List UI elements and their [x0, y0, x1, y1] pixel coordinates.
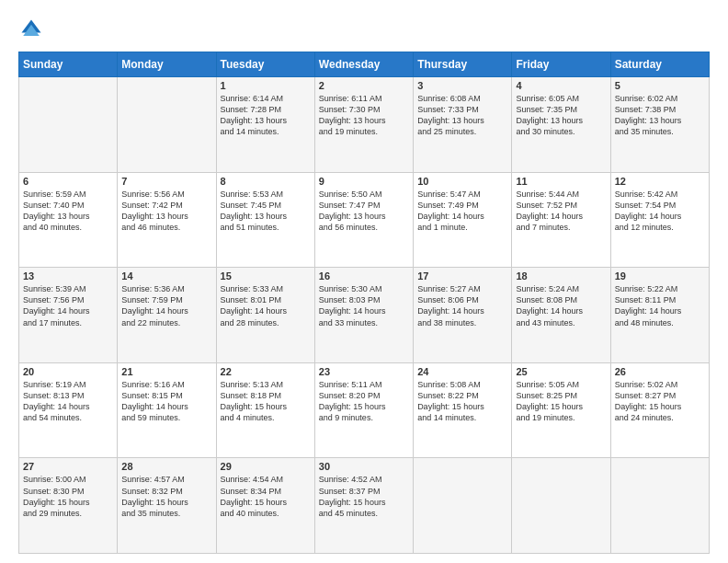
calendar-cell: 8Sunrise: 5:53 AM Sunset: 7:45 PM Daylig…: [216, 172, 314, 268]
logo: [18, 17, 48, 42]
calendar-cell: 7Sunrise: 5:56 AM Sunset: 7:42 PM Daylig…: [118, 172, 216, 268]
day-info: Sunrise: 5:30 AM Sunset: 8:03 PM Dayligh…: [319, 283, 409, 328]
calendar-cell: 19Sunrise: 5:22 AM Sunset: 8:11 PM Dayli…: [610, 268, 709, 363]
calendar-cell: 5Sunrise: 6:02 AM Sunset: 7:38 PM Daylig…: [610, 77, 709, 173]
calendar-cell: 18Sunrise: 5:24 AM Sunset: 8:08 PM Dayli…: [512, 268, 610, 363]
calendar-cell: 2Sunrise: 6:11 AM Sunset: 7:30 PM Daylig…: [314, 77, 413, 173]
day-info: Sunrise: 4:52 AM Sunset: 8:37 PM Dayligh…: [319, 474, 409, 519]
calendar-day-header: Wednesday: [314, 52, 413, 77]
calendar-cell: 22Sunrise: 5:13 AM Sunset: 8:18 PM Dayli…: [216, 362, 314, 458]
day-number: 3: [417, 80, 507, 91]
calendar-week-row: 20Sunrise: 5:19 AM Sunset: 8:13 PM Dayli…: [19, 362, 710, 458]
day-info: Sunrise: 5:44 AM Sunset: 7:52 PM Dayligh…: [516, 189, 606, 234]
day-number: 12: [615, 176, 705, 187]
day-number: 15: [221, 270, 311, 282]
day-number: 11: [516, 176, 606, 187]
day-info: Sunrise: 5:50 AM Sunset: 7:47 PM Dayligh…: [319, 189, 409, 234]
calendar-cell: 20Sunrise: 5:19 AM Sunset: 8:13 PM Dayli…: [19, 362, 118, 458]
day-info: Sunrise: 4:54 AM Sunset: 8:34 PM Dayligh…: [221, 474, 311, 519]
day-info: Sunrise: 6:14 AM Sunset: 7:28 PM Dayligh…: [221, 93, 311, 138]
calendar-day-header: Thursday: [414, 52, 512, 77]
day-info: Sunrise: 5:53 AM Sunset: 7:45 PM Dayligh…: [221, 189, 311, 234]
day-number: 25: [516, 366, 606, 377]
calendar-day-header: Friday: [512, 52, 610, 77]
day-number: 20: [23, 366, 113, 377]
day-info: Sunrise: 4:57 AM Sunset: 8:32 PM Dayligh…: [121, 474, 211, 519]
day-number: 7: [121, 176, 211, 187]
calendar-cell: 6Sunrise: 5:59 AM Sunset: 7:40 PM Daylig…: [19, 172, 118, 268]
day-number: 19: [615, 270, 705, 282]
day-number: 13: [23, 270, 113, 282]
day-number: 5: [615, 80, 705, 91]
calendar-cell: 13Sunrise: 5:39 AM Sunset: 7:56 PM Dayli…: [19, 268, 118, 363]
day-number: 10: [417, 176, 507, 187]
calendar-cell: 27Sunrise: 5:00 AM Sunset: 8:30 PM Dayli…: [19, 458, 118, 554]
day-info: Sunrise: 6:11 AM Sunset: 7:30 PM Dayligh…: [319, 93, 409, 138]
calendar-cell: 24Sunrise: 5:08 AM Sunset: 8:22 PM Dayli…: [414, 362, 512, 458]
day-info: Sunrise: 6:05 AM Sunset: 7:35 PM Dayligh…: [516, 93, 606, 138]
day-info: Sunrise: 6:02 AM Sunset: 7:38 PM Dayligh…: [615, 93, 705, 138]
day-number: 29: [221, 461, 311, 472]
calendar-week-row: 1Sunrise: 6:14 AM Sunset: 7:28 PM Daylig…: [19, 77, 710, 173]
day-number: 14: [121, 270, 211, 282]
day-number: 17: [417, 270, 507, 282]
calendar-cell: 28Sunrise: 4:57 AM Sunset: 8:32 PM Dayli…: [118, 458, 216, 554]
day-info: Sunrise: 5:42 AM Sunset: 7:54 PM Dayligh…: [615, 189, 705, 234]
calendar-cell: 14Sunrise: 5:36 AM Sunset: 7:59 PM Dayli…: [118, 268, 216, 363]
calendar-cell: 23Sunrise: 5:11 AM Sunset: 8:20 PM Dayli…: [314, 362, 413, 458]
calendar-cell: 26Sunrise: 5:02 AM Sunset: 8:27 PM Dayli…: [610, 362, 709, 458]
calendar-cell: 25Sunrise: 5:05 AM Sunset: 8:25 PM Dayli…: [512, 362, 610, 458]
calendar-cell: [19, 77, 118, 173]
day-info: Sunrise: 5:39 AM Sunset: 7:56 PM Dayligh…: [23, 283, 113, 328]
calendar-cell: 4Sunrise: 6:05 AM Sunset: 7:35 PM Daylig…: [512, 77, 610, 173]
day-info: Sunrise: 5:33 AM Sunset: 8:01 PM Dayligh…: [221, 283, 311, 328]
day-info: Sunrise: 5:00 AM Sunset: 8:30 PM Dayligh…: [23, 474, 113, 519]
calendar-day-header: Sunday: [19, 52, 118, 77]
calendar-cell: 9Sunrise: 5:50 AM Sunset: 7:47 PM Daylig…: [314, 172, 413, 268]
calendar-cell: 30Sunrise: 4:52 AM Sunset: 8:37 PM Dayli…: [314, 458, 413, 554]
day-info: Sunrise: 5:22 AM Sunset: 8:11 PM Dayligh…: [615, 283, 705, 328]
day-info: Sunrise: 5:05 AM Sunset: 8:25 PM Dayligh…: [516, 379, 606, 424]
day-info: Sunrise: 5:11 AM Sunset: 8:20 PM Dayligh…: [319, 379, 409, 424]
calendar-cell: 10Sunrise: 5:47 AM Sunset: 7:49 PM Dayli…: [414, 172, 512, 268]
calendar-cell: [610, 458, 709, 554]
calendar-cell: 1Sunrise: 6:14 AM Sunset: 7:28 PM Daylig…: [216, 77, 314, 173]
day-number: 22: [221, 366, 311, 377]
calendar-header-row: SundayMondayTuesdayWednesdayThursdayFrid…: [19, 52, 710, 77]
calendar-cell: [118, 77, 216, 173]
day-info: Sunrise: 6:08 AM Sunset: 7:33 PM Dayligh…: [417, 93, 507, 138]
day-number: 9: [319, 176, 409, 187]
day-number: 28: [121, 461, 211, 472]
day-info: Sunrise: 5:19 AM Sunset: 8:13 PM Dayligh…: [23, 379, 113, 424]
day-info: Sunrise: 5:27 AM Sunset: 8:06 PM Dayligh…: [417, 283, 507, 328]
page: SundayMondayTuesdayWednesdayThursdayFrid…: [0, 0, 728, 563]
calendar-week-row: 13Sunrise: 5:39 AM Sunset: 7:56 PM Dayli…: [19, 268, 710, 363]
day-info: Sunrise: 5:08 AM Sunset: 8:22 PM Dayligh…: [417, 379, 507, 424]
calendar-cell: 21Sunrise: 5:16 AM Sunset: 8:15 PM Dayli…: [118, 362, 216, 458]
day-number: 23: [319, 366, 409, 377]
day-number: 21: [121, 366, 211, 377]
day-info: Sunrise: 5:36 AM Sunset: 7:59 PM Dayligh…: [121, 283, 211, 328]
day-number: 26: [615, 366, 705, 377]
header: [18, 17, 710, 42]
calendar-cell: [512, 458, 610, 554]
calendar-cell: 12Sunrise: 5:42 AM Sunset: 7:54 PM Dayli…: [610, 172, 709, 268]
calendar-cell: [414, 458, 512, 554]
day-info: Sunrise: 5:02 AM Sunset: 8:27 PM Dayligh…: [615, 379, 705, 424]
day-info: Sunrise: 5:56 AM Sunset: 7:42 PM Dayligh…: [121, 189, 211, 234]
day-number: 8: [221, 176, 311, 187]
day-info: Sunrise: 5:24 AM Sunset: 8:08 PM Dayligh…: [516, 283, 606, 328]
calendar-day-header: Tuesday: [216, 52, 314, 77]
day-info: Sunrise: 5:13 AM Sunset: 8:18 PM Dayligh…: [221, 379, 311, 424]
day-number: 2: [319, 80, 409, 91]
calendar-day-header: Saturday: [610, 52, 709, 77]
calendar-cell: 17Sunrise: 5:27 AM Sunset: 8:06 PM Dayli…: [414, 268, 512, 363]
calendar-cell: 11Sunrise: 5:44 AM Sunset: 7:52 PM Dayli…: [512, 172, 610, 268]
day-number: 1: [221, 80, 311, 91]
calendar-week-row: 27Sunrise: 5:00 AM Sunset: 8:30 PM Dayli…: [19, 458, 710, 554]
day-info: Sunrise: 5:47 AM Sunset: 7:49 PM Dayligh…: [417, 189, 507, 234]
calendar-cell: 16Sunrise: 5:30 AM Sunset: 8:03 PM Dayli…: [314, 268, 413, 363]
calendar-day-header: Monday: [118, 52, 216, 77]
day-number: 27: [23, 461, 113, 472]
calendar-cell: 15Sunrise: 5:33 AM Sunset: 8:01 PM Dayli…: [216, 268, 314, 363]
